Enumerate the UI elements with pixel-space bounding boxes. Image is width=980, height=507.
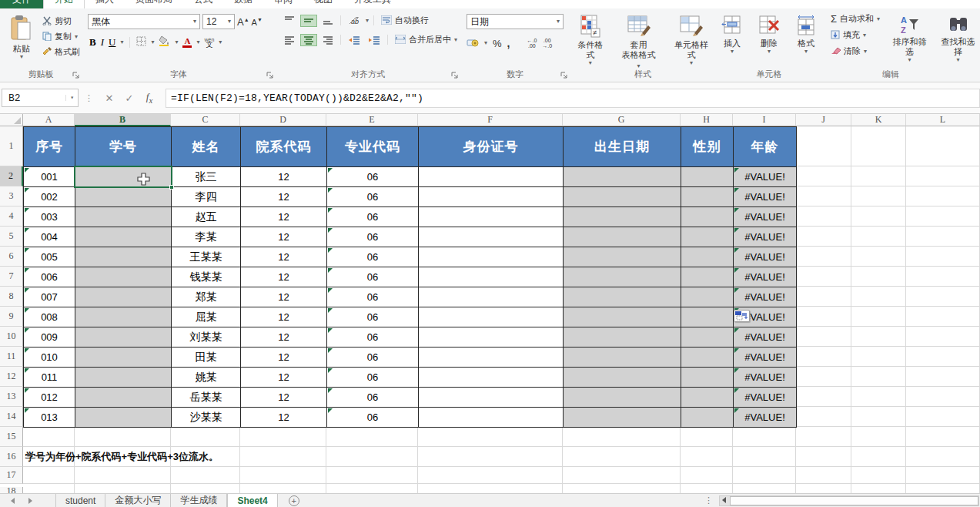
cell-F12[interactable]	[418, 367, 564, 388]
column-header-G[interactable]: G	[563, 114, 681, 126]
cell-A3[interactable]: 002	[23, 186, 75, 207]
cell-D10[interactable]: 12	[240, 327, 327, 348]
cell-D4[interactable]: 12	[240, 206, 327, 227]
formula-bar-splitter[interactable]: ⋮	[85, 93, 93, 103]
borders-icon[interactable]	[136, 35, 146, 49]
cell-G5[interactable]	[563, 227, 681, 247]
clear-dropdown[interactable]: ▾	[864, 49, 867, 55]
cell-D3[interactable]: 12	[240, 186, 327, 207]
cell-A14[interactable]: 013	[23, 407, 75, 428]
comma-style-button[interactable]: ,	[507, 37, 510, 49]
ribbon-tab-5[interactable]: 审阅	[263, 0, 303, 8]
cell-A13[interactable]: 012	[23, 387, 75, 408]
header-cell-C1[interactable]: 姓名	[171, 126, 241, 167]
cell-E10[interactable]: 06	[326, 327, 419, 348]
cell-A6[interactable]: 005	[23, 247, 75, 267]
cell-A9[interactable]: 008	[23, 307, 75, 327]
cell-I5[interactable]: #VALUE!	[733, 227, 797, 247]
copy-dropdown[interactable]: ▾	[75, 34, 78, 40]
copy-button[interactable]: 复制 ▾	[40, 30, 82, 43]
align-bottom-icon[interactable]	[320, 15, 336, 26]
cell-G3[interactable]	[563, 186, 681, 207]
cell-G10[interactable]	[563, 327, 681, 348]
cell-F14[interactable]	[418, 407, 564, 428]
cell-H11[interactable]	[681, 347, 734, 368]
cell-A12[interactable]: 011	[23, 367, 75, 388]
cell-I11[interactable]: #VALUE!	[733, 347, 797, 368]
cell-E8[interactable]: 06	[326, 287, 419, 307]
cell-D9[interactable]: 12	[240, 307, 327, 327]
decrease-decimal-button[interactable]: .00→.0	[542, 38, 552, 49]
name-box-dropdown[interactable]: ▾	[65, 95, 78, 101]
orientation-dropdown[interactable]: ▾	[366, 18, 369, 24]
fill-dropdown[interactable]: ▾	[863, 32, 866, 39]
cell-A10[interactable]: 009	[23, 327, 75, 348]
autosum-dropdown[interactable]: ▾	[877, 16, 880, 22]
font-dialog-launcher[interactable]	[266, 72, 274, 79]
row-header-15[interactable]: 15	[0, 427, 23, 447]
column-header-L[interactable]: L	[906, 114, 980, 126]
row-header-13[interactable]: 13	[0, 387, 23, 407]
cell-H10[interactable]	[681, 327, 734, 348]
align-right-icon[interactable]	[320, 35, 336, 45]
accounting-format-dropdown[interactable]: ▾	[484, 40, 487, 46]
cell-A4[interactable]: 003	[23, 206, 75, 227]
cell-G14[interactable]	[563, 407, 681, 428]
column-header-F[interactable]: F	[418, 114, 563, 126]
cell-D12[interactable]: 12	[240, 367, 327, 388]
row-header-12[interactable]: 12	[0, 367, 23, 387]
column-header-I[interactable]: I	[733, 114, 796, 126]
header-cell-H1[interactable]: 性别	[681, 126, 734, 167]
column-header-J[interactable]: J	[796, 114, 851, 126]
cell-D6[interactable]: 12	[240, 247, 327, 267]
column-header-A[interactable]: A	[23, 114, 75, 126]
accounting-format-icon[interactable]	[467, 36, 479, 50]
row-header-2[interactable]: 2	[0, 166, 23, 186]
decrease-font-icon[interactable]: A▼	[252, 17, 263, 27]
cell-E14[interactable]: 06	[326, 407, 419, 428]
cell-B12[interactable]	[75, 367, 172, 388]
cell-F11[interactable]	[418, 347, 564, 368]
cell-B4[interactable]	[75, 206, 172, 227]
cell-F13[interactable]	[418, 387, 564, 408]
underline-button[interactable]: U	[109, 36, 115, 49]
conditional-formatting-dropdown[interactable]: ▾	[589, 60, 592, 66]
cell-I8[interactable]: #VALUE!	[733, 287, 797, 307]
align-left-icon[interactable]	[282, 35, 297, 45]
cell-E9[interactable]: 06	[326, 307, 419, 327]
header-cell-B1[interactable]: 学号	[75, 126, 172, 167]
cell-D11[interactable]: 12	[240, 347, 327, 368]
cell-B11[interactable]	[75, 347, 172, 368]
error-smart-tag-icon[interactable]	[734, 310, 750, 322]
cell-C6[interactable]: 王某某	[171, 247, 241, 267]
cell-B10[interactable]	[75, 327, 172, 348]
cell-I6[interactable]: #VALUE!	[733, 247, 797, 267]
new-sheet-icon[interactable]: +	[289, 495, 299, 506]
cell-E3[interactable]: 06	[326, 186, 419, 207]
cell-C7[interactable]: 钱某某	[171, 267, 241, 287]
clear-button[interactable]: 清除 ▾	[828, 45, 882, 58]
cell-G2[interactable]	[563, 166, 681, 187]
ribbon-tab-7[interactable]: 开发工具	[343, 0, 402, 8]
ribbon-tab-1[interactable]: 插入	[85, 0, 125, 8]
increase-font-icon[interactable]: A▲	[237, 16, 249, 28]
cell-G7[interactable]	[563, 267, 681, 287]
insert-cells-dropdown[interactable]: ▾	[731, 49, 734, 55]
increase-indent-icon[interactable]	[366, 35, 383, 45]
cell-E12[interactable]: 06	[326, 367, 419, 388]
cut-button[interactable]: 剪切	[40, 15, 82, 28]
align-top-icon[interactable]	[282, 15, 297, 26]
cell-F2[interactable]	[418, 166, 564, 187]
bold-button[interactable]: B	[89, 36, 96, 49]
cell-H7[interactable]	[681, 267, 734, 287]
cell-C13[interactable]: 岳某某	[171, 387, 241, 408]
ribbon-tab-3[interactable]: 公式	[183, 0, 223, 8]
cell-D8[interactable]: 12	[240, 287, 327, 307]
italic-button[interactable]: I	[101, 36, 104, 49]
percent-style-button[interactable]: %	[493, 38, 502, 49]
insert-function-icon[interactable]: fx	[139, 91, 159, 105]
row-header-6[interactable]: 6	[0, 247, 23, 267]
cell-I3[interactable]: #VALUE!	[733, 186, 797, 207]
active-cell-selection[interactable]	[74, 166, 172, 188]
borders-dropdown[interactable]: ▾	[151, 39, 154, 45]
